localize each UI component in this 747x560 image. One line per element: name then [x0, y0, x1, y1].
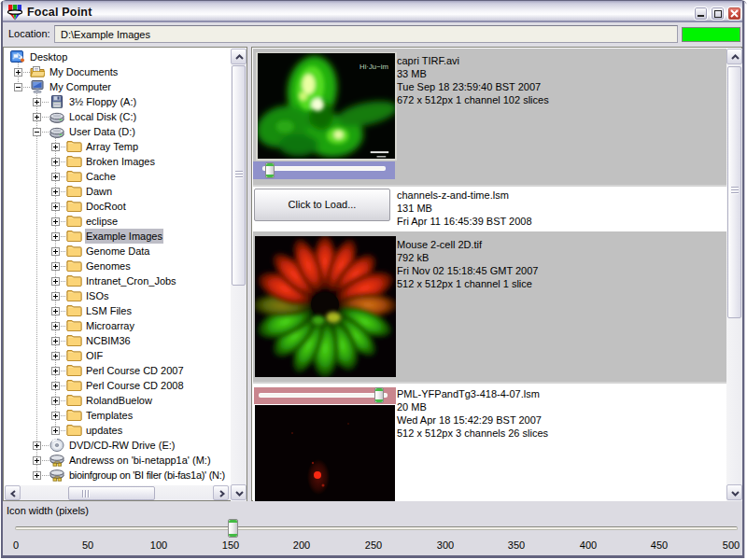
svg-text:Hi·Ju−im: Hi·Ju−im	[359, 63, 388, 71]
